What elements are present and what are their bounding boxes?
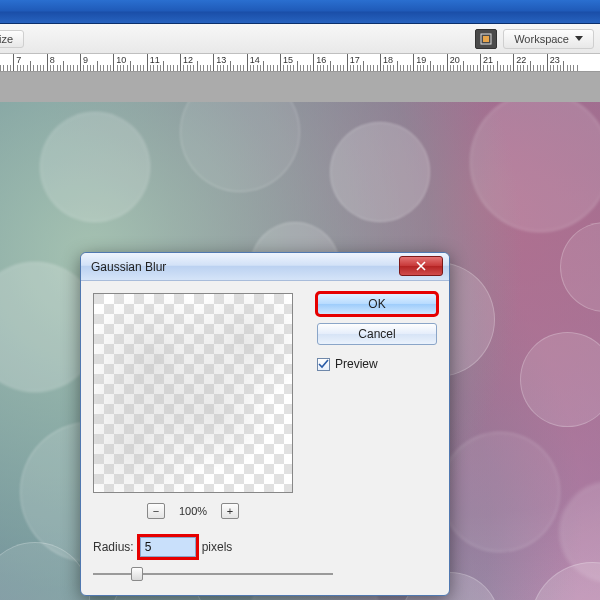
slider-thumb[interactable] [131,567,143,581]
zoom-level: 100% [179,505,207,517]
horizontal-ruler[interactable]: 67891011121314151617181920212223 [0,54,600,72]
workspace-menu[interactable]: Workspace [503,29,594,49]
options-bar: ize Workspace [0,24,600,54]
dialog-title: Gaussian Blur [91,260,166,274]
filter-preview[interactable] [93,293,293,493]
radius-label: Radius: [93,540,134,554]
radius-unit: pixels [202,540,233,554]
minus-icon: − [153,505,159,517]
canvas-pasteboard [0,72,600,102]
preview-checkbox[interactable] [317,358,330,371]
gaussian-blur-dialog: Gaussian Blur − 100% + OK Cancel [80,252,450,596]
check-icon [318,359,329,370]
document-area: Gaussian Blur − 100% + OK Cancel [0,72,600,600]
preview-checkbox-label: Preview [335,357,378,371]
zoom-out-button[interactable]: − [147,503,165,519]
close-icon [416,261,426,271]
app-titlebar [0,0,600,24]
size-dropdown-fragment[interactable]: ize [0,30,24,48]
cancel-button[interactable]: Cancel [317,323,437,345]
radius-slider[interactable] [93,565,333,583]
bridge-button[interactable] [475,29,497,49]
slider-track [93,573,333,575]
preview-checkbox-row[interactable]: Preview [317,357,437,371]
dialog-titlebar[interactable]: Gaussian Blur [81,253,449,281]
radius-input[interactable] [140,537,196,557]
zoom-in-button[interactable]: + [221,503,239,519]
plus-icon: + [227,505,233,517]
chevron-down-icon [575,36,583,41]
ok-button[interactable]: OK [317,293,437,315]
svg-rect-1 [483,36,489,42]
workspace-label: Workspace [514,33,569,45]
close-button[interactable] [399,256,443,276]
